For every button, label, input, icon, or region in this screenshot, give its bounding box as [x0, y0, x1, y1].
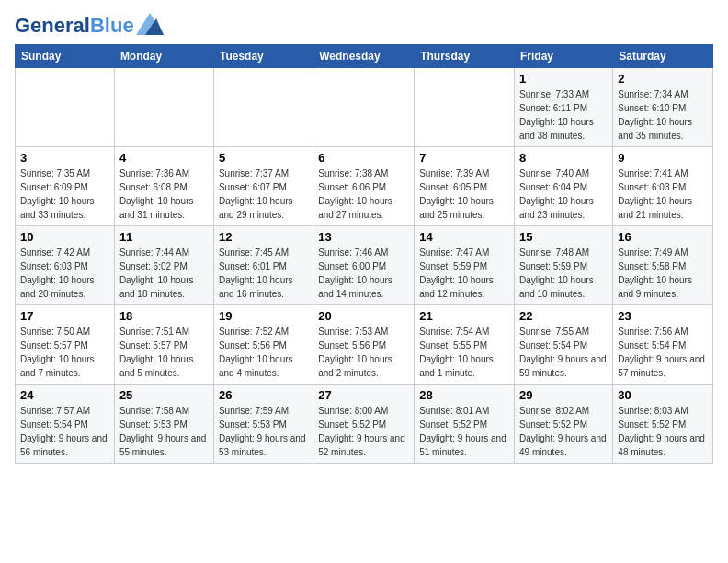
calendar-cell: [114, 68, 213, 147]
day-number: 25: [119, 388, 209, 402]
day-number: 21: [419, 309, 509, 323]
calendar-week-row: 24Sunrise: 7:57 AM Sunset: 5:54 PM Dayli…: [16, 385, 713, 464]
day-number: 14: [419, 230, 509, 244]
day-number: 29: [519, 388, 608, 402]
day-number: 9: [618, 151, 708, 165]
calendar-cell: [313, 68, 415, 147]
day-detail: Sunrise: 7:33 AM Sunset: 6:11 PM Dayligh…: [519, 87, 608, 143]
logo-icon: [136, 13, 164, 35]
weekday-header: Tuesday: [213, 45, 313, 68]
calendar-cell: 19Sunrise: 7:52 AM Sunset: 5:56 PM Dayli…: [213, 305, 313, 385]
calendar-week-row: 3Sunrise: 7:35 AM Sunset: 6:09 PM Daylig…: [16, 147, 713, 226]
day-detail: Sunrise: 7:59 AM Sunset: 5:53 PM Dayligh…: [219, 404, 308, 459]
weekday-header: Friday: [515, 45, 613, 68]
weekday-header: Monday: [114, 45, 213, 68]
day-number: 23: [618, 309, 708, 323]
day-detail: Sunrise: 7:34 AM Sunset: 6:10 PM Dayligh…: [618, 87, 708, 143]
weekday-header: Thursday: [415, 45, 515, 68]
calendar-cell: 8Sunrise: 7:40 AM Sunset: 6:04 PM Daylig…: [515, 147, 613, 226]
day-detail: Sunrise: 7:41 AM Sunset: 6:03 PM Dayligh…: [618, 167, 708, 222]
day-detail: Sunrise: 7:35 AM Sunset: 6:09 PM Dayligh…: [20, 167, 109, 222]
day-number: 17: [20, 309, 109, 323]
calendar-week-row: 1Sunrise: 7:33 AM Sunset: 6:11 PM Daylig…: [16, 68, 713, 147]
calendar-cell: 17Sunrise: 7:50 AM Sunset: 5:57 PM Dayli…: [16, 305, 115, 385]
calendar-cell: 2Sunrise: 7:34 AM Sunset: 6:10 PM Daylig…: [613, 68, 713, 147]
day-number: 12: [219, 230, 308, 244]
day-number: 22: [519, 309, 608, 323]
day-number: 10: [20, 230, 109, 244]
calendar-week-row: 10Sunrise: 7:42 AM Sunset: 6:03 PM Dayli…: [16, 226, 713, 305]
calendar-cell: 26Sunrise: 7:59 AM Sunset: 5:53 PM Dayli…: [213, 385, 313, 464]
weekday-header-row: SundayMondayTuesdayWednesdayThursdayFrid…: [16, 45, 713, 68]
logo: GeneralBlue: [15, 15, 164, 37]
calendar-cell: 11Sunrise: 7:44 AM Sunset: 6:02 PM Dayli…: [114, 226, 213, 305]
day-detail: Sunrise: 7:48 AM Sunset: 5:59 PM Dayligh…: [519, 246, 608, 301]
day-number: 27: [318, 388, 409, 402]
calendar-cell: 29Sunrise: 8:02 AM Sunset: 5:52 PM Dayli…: [515, 385, 613, 464]
day-detail: Sunrise: 7:42 AM Sunset: 6:03 PM Dayligh…: [20, 246, 109, 301]
calendar-cell: 4Sunrise: 7:36 AM Sunset: 6:08 PM Daylig…: [114, 147, 213, 226]
day-number: 6: [318, 151, 409, 165]
calendar-cell: [415, 68, 515, 147]
day-number: 1: [519, 72, 608, 86]
calendar-cell: 1Sunrise: 7:33 AM Sunset: 6:11 PM Daylig…: [515, 68, 613, 147]
day-number: 2: [618, 72, 708, 86]
day-detail: Sunrise: 8:03 AM Sunset: 5:52 PM Dayligh…: [618, 404, 708, 459]
day-detail: Sunrise: 7:45 AM Sunset: 6:01 PM Dayligh…: [219, 246, 308, 301]
calendar-cell: 10Sunrise: 7:42 AM Sunset: 6:03 PM Dayli…: [16, 226, 115, 305]
day-detail: Sunrise: 7:49 AM Sunset: 5:58 PM Dayligh…: [618, 246, 708, 301]
day-detail: Sunrise: 7:44 AM Sunset: 6:02 PM Dayligh…: [119, 246, 209, 301]
logo-text: GeneralBlue: [15, 15, 134, 37]
day-detail: Sunrise: 8:02 AM Sunset: 5:52 PM Dayligh…: [519, 404, 608, 459]
day-number: 20: [318, 309, 409, 323]
day-detail: Sunrise: 7:39 AM Sunset: 6:05 PM Dayligh…: [419, 167, 509, 222]
calendar-cell: 23Sunrise: 7:56 AM Sunset: 5:54 PM Dayli…: [613, 305, 713, 385]
calendar-cell: 13Sunrise: 7:46 AM Sunset: 6:00 PM Dayli…: [313, 226, 415, 305]
day-number: 5: [219, 151, 308, 165]
day-detail: Sunrise: 7:51 AM Sunset: 5:57 PM Dayligh…: [119, 325, 209, 380]
calendar-cell: [16, 68, 115, 147]
day-number: 30: [618, 388, 708, 402]
calendar-cell: 24Sunrise: 7:57 AM Sunset: 5:54 PM Dayli…: [16, 385, 115, 464]
calendar-cell: 27Sunrise: 8:00 AM Sunset: 5:52 PM Dayli…: [313, 385, 415, 464]
day-detail: Sunrise: 7:46 AM Sunset: 6:00 PM Dayligh…: [318, 246, 409, 301]
calendar-cell: 5Sunrise: 7:37 AM Sunset: 6:07 PM Daylig…: [213, 147, 313, 226]
calendar-week-row: 17Sunrise: 7:50 AM Sunset: 5:57 PM Dayli…: [16, 305, 713, 385]
day-number: 4: [119, 151, 209, 165]
day-detail: Sunrise: 7:57 AM Sunset: 5:54 PM Dayligh…: [20, 404, 109, 459]
day-number: 24: [20, 388, 109, 402]
calendar-cell: 28Sunrise: 8:01 AM Sunset: 5:52 PM Dayli…: [415, 385, 515, 464]
weekday-header: Sunday: [16, 45, 115, 68]
day-number: 11: [119, 230, 209, 244]
day-number: 15: [519, 230, 608, 244]
day-detail: Sunrise: 8:01 AM Sunset: 5:52 PM Dayligh…: [419, 404, 509, 459]
day-number: 16: [618, 230, 708, 244]
calendar-cell: 16Sunrise: 7:49 AM Sunset: 5:58 PM Dayli…: [613, 226, 713, 305]
calendar-table: SundayMondayTuesdayWednesdayThursdayFrid…: [15, 44, 713, 464]
day-detail: Sunrise: 7:50 AM Sunset: 5:57 PM Dayligh…: [20, 325, 109, 380]
day-detail: Sunrise: 7:56 AM Sunset: 5:54 PM Dayligh…: [618, 325, 708, 380]
day-number: 19: [219, 309, 308, 323]
day-number: 7: [419, 151, 509, 165]
day-number: 18: [119, 309, 209, 323]
calendar-cell: 20Sunrise: 7:53 AM Sunset: 5:56 PM Dayli…: [313, 305, 415, 385]
calendar-cell: 3Sunrise: 7:35 AM Sunset: 6:09 PM Daylig…: [16, 147, 115, 226]
day-number: 28: [419, 388, 509, 402]
calendar-cell: 25Sunrise: 7:58 AM Sunset: 5:53 PM Dayli…: [114, 385, 213, 464]
weekday-header: Saturday: [613, 45, 713, 68]
day-number: 8: [519, 151, 608, 165]
calendar-cell: 9Sunrise: 7:41 AM Sunset: 6:03 PM Daylig…: [613, 147, 713, 226]
weekday-header: Wednesday: [313, 45, 415, 68]
day-detail: Sunrise: 7:58 AM Sunset: 5:53 PM Dayligh…: [119, 404, 209, 459]
day-detail: Sunrise: 7:36 AM Sunset: 6:08 PM Dayligh…: [119, 167, 209, 222]
calendar-cell: 7Sunrise: 7:39 AM Sunset: 6:05 PM Daylig…: [415, 147, 515, 226]
calendar-cell: 12Sunrise: 7:45 AM Sunset: 6:01 PM Dayli…: [213, 226, 313, 305]
calendar-cell: [213, 68, 313, 147]
day-detail: Sunrise: 7:53 AM Sunset: 5:56 PM Dayligh…: [318, 325, 409, 380]
calendar-cell: 6Sunrise: 7:38 AM Sunset: 6:06 PM Daylig…: [313, 147, 415, 226]
day-detail: Sunrise: 7:40 AM Sunset: 6:04 PM Dayligh…: [519, 167, 608, 222]
calendar-cell: 30Sunrise: 8:03 AM Sunset: 5:52 PM Dayli…: [613, 385, 713, 464]
page-header: GeneralBlue: [15, 15, 713, 37]
calendar-cell: 21Sunrise: 7:54 AM Sunset: 5:55 PM Dayli…: [415, 305, 515, 385]
calendar-cell: 14Sunrise: 7:47 AM Sunset: 5:59 PM Dayli…: [415, 226, 515, 305]
